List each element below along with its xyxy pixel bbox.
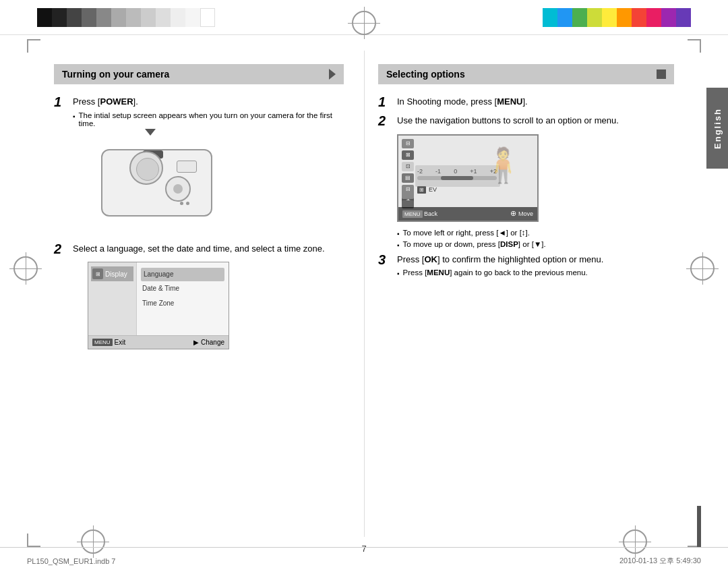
display-icon: ⊞ <box>92 268 103 279</box>
step-1-content: Press [POWER]. The intial setup screen a… <box>73 95 344 234</box>
camera-lens-inner <box>136 158 159 181</box>
time-zone-option: Time Zone <box>141 296 224 311</box>
step-1: 1 Press [POWER]. The intial setup screen… <box>54 95 344 234</box>
right-step-2-number: 2 <box>378 114 393 127</box>
right-step-1: 1 In Shooting mode, press [MENU]. <box>378 95 674 109</box>
step-2-number: 2 <box>54 242 69 256</box>
right-section-title: Selecting options <box>386 69 465 80</box>
menu-key: MENU <box>497 96 522 107</box>
top-bar <box>0 0 728 35</box>
step-2-content: Select a language, set the date and time… <box>73 242 344 350</box>
arrow-change-icon: ▶ <box>193 339 199 346</box>
filename-right: 2010-01-13 오후 5:49:30 <box>619 556 701 566</box>
menu-exit: MENU Exit <box>92 339 125 346</box>
change-label: Change <box>201 339 224 346</box>
crosshair-top <box>352 11 376 35</box>
step-1-bullet-text: The intial setup screen appears when you… <box>79 111 344 127</box>
step-2-text: Select a language, set the date and time… <box>73 242 344 256</box>
left-section-title: Turning on your camera <box>62 69 169 80</box>
cam-icon-row-lower <box>402 191 414 208</box>
language-option: Language <box>141 268 224 281</box>
back-label: MENU Back <box>402 210 437 217</box>
right-indicator-bar <box>697 506 701 547</box>
right-step-3-number: 3 <box>378 253 393 266</box>
setup-bottom-bar: MENU Exit ▶ Change <box>88 335 229 349</box>
right-step-3: 3 Press [OK] to confirm the highlighted … <box>378 253 674 278</box>
menu-icon-exit: MENU <box>92 339 113 346</box>
grayscale-strip <box>37 8 215 27</box>
person-figure: 🧍 <box>482 146 524 185</box>
bottom-bar: PL150_QSM_EUR1.indb 7 2010-01-13 오후 5:49… <box>0 547 728 574</box>
cam-icon-1: ⊟ <box>402 139 414 148</box>
cam-icon-2: ⊠ <box>402 150 414 160</box>
color-strip <box>543 8 691 27</box>
ev-text-icon: ⊞ <box>417 186 426 194</box>
display-label: Display <box>105 270 127 278</box>
camera-image <box>88 136 222 223</box>
right-step-2-content: Use the navigation buttons to scroll to … <box>397 114 674 249</box>
ev-label: ⊞ EV <box>417 186 437 194</box>
setup-display-item: ⊞ Display <box>91 266 133 281</box>
right-step-1-text: In Shooting mode, press [MENU]. <box>397 95 674 109</box>
filename-left: PL150_QSM_EUR1.indb 7 <box>27 557 115 565</box>
power-key: POWER <box>100 96 133 107</box>
move-label: ⊕ Move <box>510 209 533 218</box>
right-step-2-text: Use the navigation buttons to scroll to … <box>397 114 674 127</box>
camera-lens <box>129 151 163 185</box>
camera-body <box>101 149 212 217</box>
right-step-1-content: In Shooting mode, press [MENU]. <box>397 95 674 109</box>
right-step-3-text: Press [OK] to confirm the highlighted op… <box>397 253 674 266</box>
left-section-header: Turning on your camera <box>54 64 344 84</box>
camera-screen: ⊟ ⊠ ⊡ ▤ ⊟ ★ -2-10+1+2 <box>397 134 539 222</box>
right-step-2: 2 Use the navigation buttons to scroll t… <box>378 114 674 249</box>
step-1-number: 1 <box>54 95 69 109</box>
setup-screen: ⊞ Display Language Date & Time Time Zone <box>88 262 229 349</box>
step-2: 2 Select a language, set the date and ti… <box>54 242 344 350</box>
camera-nav <box>165 176 191 202</box>
bullet-left-right: To move left or right, press [◄] or [↕]. <box>397 229 674 237</box>
right-section-header: Selecting options <box>378 64 674 84</box>
change-action: ▶ Change <box>193 339 224 346</box>
right-step-3-content: Press [OK] to confirm the highlighted op… <box>397 253 674 278</box>
right-step-1-number: 1 <box>378 95 393 109</box>
stop-square-icon <box>657 69 666 79</box>
date-time-option: Date & Time <box>141 281 224 296</box>
camera-arrow-indicator <box>145 129 156 136</box>
bullet-up-down: To move up or down, press [DISP] or [▼]. <box>397 240 674 249</box>
ev-text-label: EV <box>429 186 437 193</box>
camera-flash <box>177 161 197 173</box>
right-step-3-bullet: Press [MENU] again to go back to the pre… <box>397 268 674 277</box>
step-1-subtext: The intial setup screen appears when you… <box>73 111 344 127</box>
ok-key: OK <box>424 254 437 264</box>
exit-label: Exit <box>115 339 126 346</box>
cam-bottom-bar: MENU Back ⊕ Move <box>398 207 537 221</box>
next-arrow-icon <box>329 69 336 80</box>
cam-icon-3: ⊡ <box>402 162 414 171</box>
step-1-text: Press [POWER]. <box>73 95 344 109</box>
camera-nav-inner <box>173 184 183 194</box>
cam-icon-4: ▤ <box>402 173 414 183</box>
